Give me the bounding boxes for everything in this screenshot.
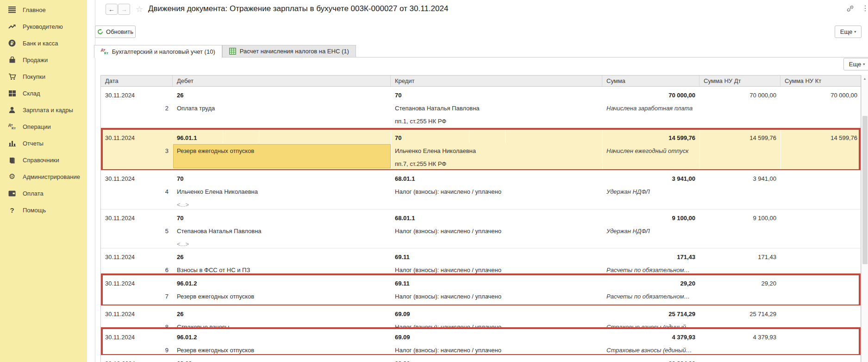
cell-debit-account[interactable]: 26 (173, 310, 391, 320)
scroll-up-icon[interactable]: ▲ (862, 75, 868, 82)
column-header-5[interactable]: Сумма НУ Дт (699, 76, 781, 86)
cell-debit-subconto[interactable]: Резерв ежегодных отпусков (173, 146, 391, 157)
cell-debit-subconto[interactable]: Резерв ежегодных отпусков (173, 292, 391, 302)
sidebar-item-7[interactable]: Зарплата и кадры (0, 103, 87, 117)
cell-sum[interactable]: 29,20 (602, 279, 699, 289)
cell-date[interactable]: 30.11.2024 (101, 174, 173, 184)
cell-debit-subconto-2[interactable] (173, 159, 391, 170)
cell-debit-subconto[interactable]: Взносы в ФСС от НС и ПЗ (173, 266, 391, 276)
sidebar-item-4[interactable]: Продажи (0, 53, 87, 67)
cell-debit-subconto-2[interactable] (173, 117, 391, 127)
cell-sum-nu-kt[interactable] (781, 174, 861, 184)
table-row[interactable]: 30.11.202496.01.269.1129,2029,207Резерв … (101, 275, 861, 305)
sidebar-item-5[interactable]: Покупки (0, 70, 87, 83)
cell-empty[interactable] (101, 200, 173, 210)
cell-credit-subconto[interactable]: Ильченко Елена Николаевна (391, 146, 602, 157)
cell-debit-account[interactable]: 69.09 (173, 359, 391, 362)
cell-debit-subconto[interactable]: Оплата труда (173, 104, 391, 114)
cell-sum-nu-kt[interactable] (781, 253, 861, 263)
cell-sum[interactable]: 70 000,00 (602, 91, 699, 101)
cell-debit-subconto[interactable]: Степанова Наталья Павловна (173, 227, 391, 237)
tab-2[interactable]: Расчет начисления налогов на ЕНС (1) (222, 45, 356, 57)
back-button[interactable]: ← (106, 4, 118, 15)
column-header-4[interactable]: Сумма (602, 76, 699, 86)
favorite-star-icon[interactable]: ☆ (136, 4, 143, 14)
cell-debit-account[interactable]: 96.01.2 (173, 279, 391, 289)
sidebar-item-12[interactable]: Оплата (0, 186, 87, 200)
more-button-top[interactable]: Еще ▾ (835, 25, 862, 38)
column-header-2[interactable]: Дебет (173, 76, 391, 86)
cell-credit-subconto[interactable]: Налог (взносы): начислено / уплачено (391, 346, 602, 356)
cell-sum[interactable]: 25 714,29 (602, 310, 699, 320)
cell-debit-subconto[interactable]: Ильченко Елена Николаевна (173, 187, 391, 197)
vertical-scrollbar[interactable]: ▲ (861, 75, 868, 362)
cell-debit-account[interactable]: 26 (173, 91, 391, 101)
sidebar-item-10[interactable]: Справочники (0, 153, 87, 167)
cell-credit-subconto[interactable]: Налог (взносы): начислено / уплачено (391, 266, 602, 276)
cell-row-number[interactable]: 9 (101, 346, 173, 356)
cell-credit-subconto-2[interactable] (391, 200, 602, 210)
cell-credit-account[interactable]: 69.09 (391, 333, 602, 343)
cell-row-number[interactable]: 6 (101, 266, 173, 276)
cell-comment[interactable]: Начислена заработная плата (602, 104, 699, 114)
cell-debit-account[interactable]: 26 (173, 253, 391, 263)
cell-credit-account[interactable]: 70 (391, 91, 602, 101)
sidebar-item-8[interactable]: ДтКтОперации (0, 120, 87, 133)
cell-date[interactable]: 30.11.2024 (101, 333, 173, 343)
cell-credit-account[interactable]: 68.01.1 (391, 214, 602, 224)
cell-sum-nu-kt[interactable] (781, 214, 861, 224)
cell-sum-nu-kt[interactable] (781, 310, 861, 320)
column-header-3[interactable]: Кредит (391, 76, 602, 86)
cell-comment[interactable]: Страховые взносы (единый… (602, 346, 699, 356)
cell-date[interactable]: 30.11.2024 (101, 253, 173, 263)
cell-debit-account[interactable]: 70 (173, 174, 391, 184)
table-row[interactable]: 30.11.2024267070 000,0070 000,0070 000,0… (101, 87, 861, 129)
cell-sum-nu-dt[interactable]: 9 100,00 (699, 214, 781, 224)
kebab-menu-icon[interactable]: ⋮ (862, 4, 868, 13)
cell-credit-account[interactable]: 68.01.1 (391, 174, 602, 184)
table-row[interactable]: 28.12.202469.0968.9030 904,23 (101, 355, 861, 362)
cell-date[interactable]: 30.11.2024 (101, 310, 173, 320)
sidebar-item-2[interactable]: Руководителю (0, 19, 87, 33)
cell-sum-nu-dt[interactable]: 14 599,76 (699, 133, 781, 144)
cell-sum-nu-dt[interactable]: 29,20 (699, 279, 781, 289)
cell-sum-nu-dt[interactable]: 171,43 (699, 253, 781, 263)
cell-sum-nu-kt[interactable] (781, 279, 861, 289)
cell-date[interactable]: 30.11.2024 (101, 91, 173, 101)
cell-sum[interactable]: 171,43 (602, 253, 699, 263)
cell-sum[interactable]: 3 941,00 (602, 174, 699, 184)
sidebar-item-9[interactable]: Отчеты (0, 136, 87, 150)
cell-debit-account[interactable]: 96.01.1 (173, 133, 391, 144)
cell-row-number[interactable]: 3 (101, 146, 173, 157)
cell-debit-account[interactable]: 96.01.2 (173, 333, 391, 343)
cell-sum-nu-dt[interactable]: 3 941,00 (699, 174, 781, 184)
column-header-1[interactable]: Дата (101, 76, 173, 86)
sidebar-item-6[interactable]: Склад (0, 86, 87, 100)
cell-credit-account[interactable]: 70 (391, 133, 602, 144)
cell-credit-subconto[interactable]: Степанова Наталья Павловна (391, 104, 602, 114)
cell-row-number[interactable]: 5 (101, 227, 173, 237)
cell-row-number[interactable]: 7 (101, 292, 173, 302)
tab-1[interactable]: ДтКтБухгалтерский и налоговый учет (10) (94, 45, 222, 58)
refresh-button[interactable]: Обновить (95, 25, 136, 38)
cell-credit-account[interactable]: 69.09 (391, 310, 602, 320)
more-button-table[interactable]: Еще ▾ (843, 58, 868, 70)
cell-sum[interactable]: 9 100,00 (602, 214, 699, 224)
cell-row-number[interactable]: 4 (101, 187, 173, 197)
sidebar-item-1[interactable]: Главное (0, 3, 87, 17)
cell-credit-account[interactable]: 68.90 (391, 359, 602, 362)
cell-sum-nu-dt[interactable] (699, 359, 781, 362)
cell-credit-subconto[interactable]: Налог (взносы): начислено / уплачено (391, 227, 602, 237)
cell-comment[interactable]: Расчеты по обязательном… (602, 266, 699, 276)
cell-empty[interactable] (101, 117, 173, 127)
cell-sum[interactable]: 30 904,23 (602, 359, 699, 362)
cell-comment[interactable]: Удержан НДФЛ (602, 227, 699, 237)
cell-credit-subconto[interactable]: Налог (взносы): начислено / уплачено (391, 187, 602, 197)
column-header-6[interactable]: Сумма НУ Кт (781, 76, 861, 86)
cell-sum-nu-dt[interactable]: 70 000,00 (699, 91, 781, 101)
link-icon[interactable] (846, 5, 854, 14)
table-row[interactable]: 30.11.202496.01.17014 599,7614 599,7614 … (101, 129, 861, 170)
table-row[interactable]: 30.11.20247068.01.19 100,009 100,005Степ… (101, 210, 861, 248)
sidebar-item-13[interactable]: ?Помощь (0, 203, 87, 217)
cell-debit-account[interactable]: 70 (173, 214, 391, 224)
